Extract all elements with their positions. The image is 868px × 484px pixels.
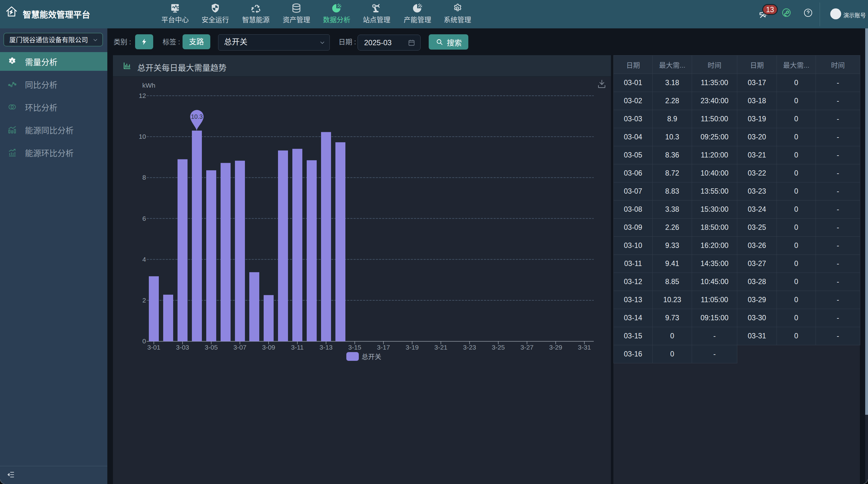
svg-text:3-23: 3-23 [463,344,476,351]
svg-text:3-31: 3-31 [578,344,591,351]
svg-text:3-29: 3-29 [549,344,562,351]
svg-text:2: 2 [142,297,146,304]
svg-text:3-07: 3-07 [234,344,247,351]
svg-text:10: 10 [139,133,146,140]
svg-text:12: 12 [139,92,146,99]
svg-text:3-13: 3-13 [319,344,333,351]
svg-text:4: 4 [142,256,146,263]
svg-text:3-03: 3-03 [176,344,189,351]
svg-text:3-01: 3-01 [147,344,160,351]
svg-text:3-27: 3-27 [520,344,533,351]
svg-text:8: 8 [142,174,146,181]
svg-text:3-05: 3-05 [205,344,218,351]
svg-text:3-09: 3-09 [262,344,275,351]
svg-text:3-15: 3-15 [348,344,361,351]
svg-text:3-11: 3-11 [291,344,304,351]
svg-text:总开关: 总开关 [362,353,381,360]
svg-text:3-19: 3-19 [406,344,419,351]
svg-text:kWh: kWh [142,82,155,89]
svg-text:3-21: 3-21 [434,344,447,351]
svg-text:3-17: 3-17 [377,344,390,351]
svg-text:10.3: 10.3 [191,113,203,120]
svg-text:0: 0 [142,337,146,345]
svg-text:6: 6 [142,215,146,222]
svg-text:3-25: 3-25 [492,344,505,351]
